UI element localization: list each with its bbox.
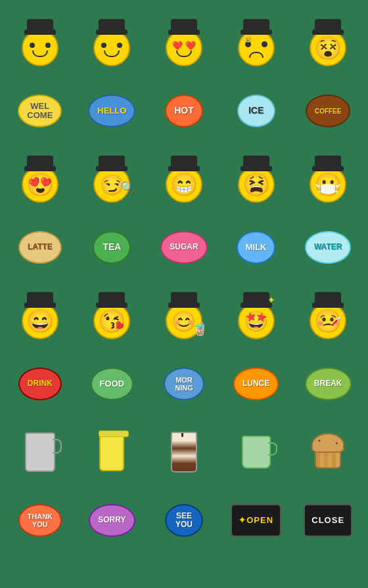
cell-r5c1[interactable]: 😄 bbox=[7, 286, 74, 345]
bubble-text-sorry: SORRY bbox=[98, 516, 126, 524]
emoji-bigsmile: 😄 bbox=[20, 292, 60, 339]
cell-r2c5[interactable]: COFFEE bbox=[294, 81, 361, 140]
cell-r1c5[interactable]: 😵 bbox=[294, 13, 361, 72]
emoji-happy2 bbox=[91, 22, 132, 63]
emoji-happy bbox=[20, 22, 60, 63]
cell-r2c1[interactable]: WEL COME bbox=[7, 81, 74, 140]
cell-r6c4[interactable]: LUNCE bbox=[223, 354, 290, 413]
sticker-grid: ❤️ ❤️ 😢 bbox=[7, 13, 361, 550]
cell-r3c4[interactable]: 😫 bbox=[223, 150, 290, 209]
bubble-water: WATER bbox=[305, 231, 351, 264]
cell-r8c4[interactable]: ✦OPEN bbox=[223, 491, 290, 550]
bubble-text-drink: DRINK bbox=[28, 379, 53, 388]
emoji-wink: 😘 bbox=[91, 292, 132, 339]
muffin-top bbox=[311, 433, 344, 453]
bubble-hot: HOT bbox=[165, 94, 203, 127]
cell-r7c4[interactable] bbox=[223, 423, 290, 482]
emoji-sad: 😢 bbox=[236, 22, 277, 63]
emoji-drink: 😊 🧋 bbox=[162, 292, 206, 339]
bubble-morning: MOR NING bbox=[164, 368, 204, 400]
bubble-milk: MILK bbox=[237, 231, 276, 264]
cell-r8c2[interactable]: SORRY bbox=[79, 491, 146, 550]
cell-r5c5[interactable]: 🤒 bbox=[294, 286, 361, 345]
emoji-dead: 😵 bbox=[308, 22, 348, 63]
cell-r8c3[interactable]: SEE YOU bbox=[150, 491, 218, 550]
cell-r5c3[interactable]: 😊 🧋 bbox=[150, 286, 218, 345]
cell-r4c3[interactable]: SUGAR bbox=[150, 218, 218, 277]
bubble-text-ice: ICE bbox=[248, 106, 264, 116]
cell-r2c4[interactable]: ICE bbox=[223, 81, 290, 140]
cell-r7c1[interactable] bbox=[7, 423, 74, 482]
bubble-tea: TEA bbox=[93, 231, 131, 264]
emoji-mask: 😷 bbox=[308, 156, 348, 203]
bubble-open: ✦OPEN bbox=[231, 504, 281, 537]
pitcher-icon bbox=[25, 432, 55, 472]
bubble-text-milk: MILK bbox=[246, 243, 267, 252]
cell-r3c2[interactable]: 😏 🔍 bbox=[79, 150, 146, 209]
cell-r6c3[interactable]: MOR NING bbox=[150, 354, 218, 413]
cell-r3c3[interactable]: 😁 bbox=[150, 150, 218, 209]
cell-r4c4[interactable]: MILK bbox=[223, 218, 290, 277]
cell-r6c1[interactable]: DRINK bbox=[7, 354, 74, 413]
green-mug-icon bbox=[242, 436, 271, 469]
cell-r1c1[interactable] bbox=[7, 13, 74, 72]
cell-r7c2[interactable] bbox=[79, 423, 146, 482]
bubble-lunce: LUNCE bbox=[233, 368, 279, 400]
cell-r1c3[interactable]: ❤️ ❤️ bbox=[150, 13, 218, 72]
iced-coffee-item bbox=[171, 432, 197, 472]
cell-r5c2[interactable]: 😘 bbox=[79, 286, 146, 345]
cell-r7c5[interactable] bbox=[294, 423, 361, 482]
bubble-close: CLOSE bbox=[304, 504, 352, 537]
bubble-coffee: COFFEE bbox=[306, 94, 351, 127]
bubble-text-hot: HOT bbox=[174, 106, 194, 116]
bubble-text-sugar: SUGAR bbox=[170, 243, 198, 251]
cell-r6c5[interactable]: BREAK bbox=[294, 354, 361, 413]
cup-yellow-icon bbox=[99, 433, 124, 471]
bubble-drink: DRINK bbox=[18, 368, 62, 400]
bubble-text-tea: TEA bbox=[103, 242, 121, 252]
bubble-text-morning: MOR NING bbox=[175, 376, 193, 392]
cell-r8c1[interactable]: THANK YOU bbox=[7, 491, 74, 550]
pitcher-item bbox=[25, 432, 55, 472]
bubble-text-coffee: COFFEE bbox=[315, 108, 342, 115]
emoji-facemask: 🤒 bbox=[308, 292, 348, 339]
cell-r5c4[interactable]: 🤩 ✦ bbox=[223, 286, 290, 345]
bubble-ice: ICE bbox=[237, 94, 275, 127]
muffin-item bbox=[311, 433, 344, 471]
cell-r2c2[interactable]: HELLO bbox=[79, 81, 146, 140]
bubble-latte: LATTE bbox=[18, 231, 62, 264]
bubble-text-welcome: WEL COME bbox=[27, 102, 53, 121]
cell-r6c2[interactable]: FOOD bbox=[79, 354, 146, 413]
bubble-welcome: WEL COME bbox=[18, 94, 62, 127]
emoji-sneaky: 😏 🔍 bbox=[90, 156, 133, 203]
cell-r7c3[interactable] bbox=[150, 423, 218, 482]
bubble-sorry: SORRY bbox=[89, 504, 135, 537]
cell-r3c1[interactable]: 😍 bbox=[7, 150, 74, 209]
cell-r4c5[interactable]: WATER bbox=[294, 218, 361, 277]
bubble-break: BREAK bbox=[305, 368, 352, 400]
muffin-base bbox=[315, 450, 341, 469]
bubble-text-seeyou: SEE YOU bbox=[175, 512, 193, 529]
bubble-food: FOOD bbox=[91, 368, 134, 400]
emoji-hearts: 😍 bbox=[20, 156, 60, 203]
cell-r2c3[interactable]: HOT bbox=[150, 81, 218, 140]
emoji-tired: 😫 bbox=[236, 156, 277, 203]
bubble-text-hello: HELLO bbox=[97, 106, 126, 116]
cell-r1c4[interactable]: 😢 bbox=[223, 13, 290, 72]
cell-r4c2[interactable]: TEA bbox=[79, 218, 146, 277]
green-mug-item bbox=[242, 436, 271, 469]
cell-r1c2[interactable] bbox=[79, 13, 146, 72]
cup-yellow-item bbox=[99, 433, 124, 471]
cell-r8c5[interactable]: CLOSE bbox=[294, 491, 361, 550]
cell-r3c5[interactable]: 😷 bbox=[294, 150, 361, 209]
emoji-grin: 😁 bbox=[164, 156, 204, 203]
bubble-sugar: SUGAR bbox=[160, 231, 207, 264]
emoji-star: 🤩 ✦ bbox=[236, 292, 277, 339]
emoji-love: ❤️ ❤️ bbox=[164, 22, 204, 63]
bubble-text-lunce: LUNCE bbox=[242, 379, 269, 388]
muffin-icon bbox=[311, 433, 344, 471]
bubble-text-close: CLOSE bbox=[311, 516, 344, 525]
bubble-hello: HELLO bbox=[88, 94, 135, 127]
cell-r4c1[interactable]: LATTE bbox=[7, 218, 74, 277]
bubble-seeyou: SEE YOU bbox=[165, 504, 203, 537]
